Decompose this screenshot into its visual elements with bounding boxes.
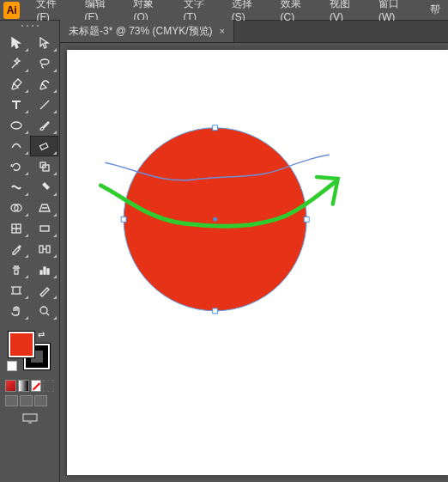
svg-rect-18	[121, 217, 126, 222]
lasso-tool[interactable]	[30, 53, 58, 74]
swatch-empty[interactable]	[43, 380, 54, 392]
default-colors-icon[interactable]	[7, 361, 17, 371]
artboard[interactable]	[67, 50, 448, 475]
svg-rect-9	[39, 246, 43, 253]
draw-normal-icon[interactable]	[5, 395, 18, 406]
pen-tool[interactable]	[2, 74, 30, 95]
scale-tool[interactable]	[30, 156, 58, 177]
fill-color[interactable]	[9, 332, 34, 357]
width-tool[interactable]	[2, 177, 30, 198]
eraser-tool[interactable]	[30, 136, 58, 156]
menu-object[interactable]: 对象(O)	[125, 0, 175, 20]
menu-effect[interactable]: 效果(C)	[273, 0, 322, 20]
slice-tool[interactable]	[30, 280, 58, 301]
svg-rect-12	[13, 287, 20, 294]
app-logo: Ai	[3, 2, 20, 19]
type-tool[interactable]	[2, 95, 30, 115]
shape-builder-tool[interactable]	[2, 198, 30, 218]
symbol-sprayer-tool[interactable]	[2, 259, 30, 280]
svg-rect-16	[213, 125, 218, 131]
zoom-tool[interactable]	[30, 301, 58, 321]
svg-rect-10	[46, 246, 50, 253]
svg-rect-2	[39, 143, 47, 149]
gradient-tool[interactable]	[30, 218, 58, 239]
menu-edit[interactable]: 编辑(E)	[77, 0, 126, 20]
ellipse-tool[interactable]	[2, 115, 30, 136]
column-graph-tool[interactable]	[30, 259, 58, 280]
menu-file[interactable]: 文件(F)	[28, 0, 76, 20]
swatch-gradient[interactable]	[18, 380, 29, 392]
mesh-tool[interactable]	[2, 218, 30, 239]
svg-rect-14	[23, 414, 37, 421]
shaper-tool[interactable]	[2, 136, 30, 156]
perspective-tool[interactable]	[30, 198, 58, 218]
menu-text[interactable]: 文字(T)	[176, 0, 224, 20]
tab-title: 未标题-3* @ 73% (CMYK/预览)	[69, 24, 213, 39]
svg-point-1	[11, 122, 21, 129]
svg-rect-17	[213, 308, 218, 314]
svg-point-0	[40, 59, 49, 64]
swatch-none[interactable]	[31, 380, 42, 392]
rotate-tool[interactable]	[2, 156, 30, 177]
paintbrush-tool[interactable]	[30, 115, 58, 136]
swatch-color[interactable]	[5, 380, 16, 392]
magic-wand-tool[interactable]	[2, 53, 30, 74]
swap-colors-icon[interactable]: ⇄	[38, 330, 45, 339]
screen-mode-icon[interactable]	[22, 413, 38, 424]
menu-help[interactable]: 帮	[422, 0, 448, 20]
svg-rect-8	[40, 226, 49, 231]
svg-point-20	[213, 217, 217, 222]
draw-inside-icon[interactable]	[34, 395, 47, 406]
panel-grip[interactable]	[0, 21, 59, 31]
svg-rect-11	[15, 270, 18, 274]
document-tab[interactable]: 未标题-3* @ 73% (CMYK/预览) ×	[60, 20, 234, 42]
menu-select[interactable]: 选择(S)	[224, 0, 273, 20]
tools-panel: ⇄	[0, 21, 60, 482]
svg-point-13	[40, 307, 47, 314]
artboard-tool[interactable]	[2, 280, 30, 301]
menu-view[interactable]: 视图(V)	[322, 0, 371, 20]
canvas-artwork	[67, 50, 448, 482]
curvature-tool[interactable]	[30, 74, 58, 95]
menu-window[interactable]: 窗口(W)	[371, 0, 422, 20]
hand-tool[interactable]	[2, 301, 30, 321]
free-transform-tool[interactable]	[30, 177, 58, 198]
line-tool[interactable]	[30, 95, 58, 115]
color-well[interactable]: ⇄	[0, 328, 59, 378]
svg-rect-19	[304, 217, 309, 222]
selection-tool[interactable]	[2, 33, 30, 53]
close-icon[interactable]: ×	[220, 26, 225, 36]
blend-tool[interactable]	[30, 239, 58, 259]
eyedropper-tool[interactable]	[2, 239, 30, 259]
draw-behind-icon[interactable]	[20, 395, 33, 406]
direct-selection-tool[interactable]	[30, 33, 58, 53]
